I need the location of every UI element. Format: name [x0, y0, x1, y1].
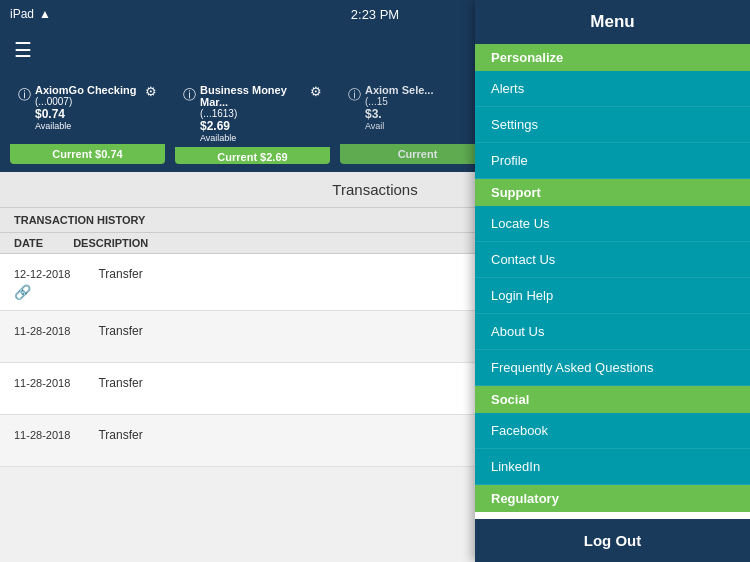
time-display: 2:23 PM: [351, 7, 399, 22]
menu-item-facebook[interactable]: Facebook: [475, 413, 750, 449]
account-current-1: Current $0.74: [10, 144, 165, 164]
menu-section-regulatory: Regulatory: [475, 485, 750, 512]
menu-item-contact-us[interactable]: Contact Us: [475, 242, 750, 278]
device-label: iPad: [10, 7, 34, 21]
account-gear-1[interactable]: ⚙: [145, 84, 157, 99]
account-num-2: (...1613): [200, 108, 306, 119]
menu-item-about-us[interactable]: About Us: [475, 314, 750, 350]
menu-item-alerts[interactable]: Alerts: [475, 71, 750, 107]
row-desc-2: Transfer: [98, 324, 142, 338]
menu-item-faq[interactable]: Frequently Asked Questions: [475, 350, 750, 386]
wifi-icon: ▲: [39, 7, 51, 21]
account-num-1: (...0007): [35, 96, 141, 107]
account-balance-3: $3.: [365, 107, 483, 121]
menu-section-support: Support: [475, 179, 750, 206]
account-current-2: Current $2.69: [175, 147, 330, 164]
account-avail-1: Available: [35, 121, 141, 131]
account-gear-2[interactable]: ⚙: [310, 84, 322, 99]
account-card-2[interactable]: ⓘ Business Money Mar... (...1613) $2.69 …: [175, 80, 330, 164]
menu-item-linkedin[interactable]: LinkedIn: [475, 449, 750, 485]
row-desc-1: Transfer: [98, 267, 142, 281]
row-date-2: 11-28-2018: [14, 325, 94, 337]
row-date-4: 11-28-2018: [14, 429, 94, 441]
account-name-1: AxiomGo Checking: [35, 84, 141, 96]
account-name-3: Axiom Sele...: [365, 84, 483, 96]
account-avail-2: Available: [200, 133, 306, 143]
menu-item-login-help[interactable]: Login Help: [475, 278, 750, 314]
menu-section-social: Social: [475, 386, 750, 413]
account-name-2: Business Money Mar...: [200, 84, 306, 108]
menu-overlay: Menu Personalize Alerts Settings Profile…: [475, 0, 750, 562]
history-label-text: TRANSACTION HISTORY: [14, 214, 145, 226]
info-icon-1[interactable]: ⓘ: [18, 86, 31, 104]
logout-button[interactable]: Log Out: [475, 519, 750, 562]
account-current-3: Current: [340, 144, 495, 164]
account-avail-3: Avail: [365, 121, 483, 131]
account-num-3: (...15: [365, 96, 483, 107]
account-balance-2: $2.69: [200, 119, 306, 133]
menu-item-profile[interactable]: Profile: [475, 143, 750, 179]
menu-item-settings[interactable]: Settings: [475, 107, 750, 143]
info-icon-2[interactable]: ⓘ: [183, 86, 196, 104]
row-date-3: 11-28-2018: [14, 377, 94, 389]
col-date: DATE: [14, 237, 43, 249]
account-card-3[interactable]: ⓘ Axiom Sele... (...15 $3. Avail Current: [340, 80, 495, 164]
row-date-1: 12-12-2018: [14, 268, 94, 280]
menu-section-personalize: Personalize: [475, 44, 750, 71]
row-desc-3: Transfer: [98, 376, 142, 390]
account-balance-1: $0.74: [35, 107, 141, 121]
menu-item-locate-us[interactable]: Locate Us: [475, 206, 750, 242]
col-description: DESCRIPTION: [73, 237, 148, 249]
transactions-title: Transactions: [332, 181, 417, 198]
menu-title: Menu: [475, 0, 750, 44]
account-card-1[interactable]: ⓘ AxiomGo Checking (...0007) $0.74 Avail…: [10, 80, 165, 164]
row-desc-4: Transfer: [98, 428, 142, 442]
hamburger-icon[interactable]: ☰: [14, 38, 32, 62]
info-icon-3[interactable]: ⓘ: [348, 86, 361, 104]
